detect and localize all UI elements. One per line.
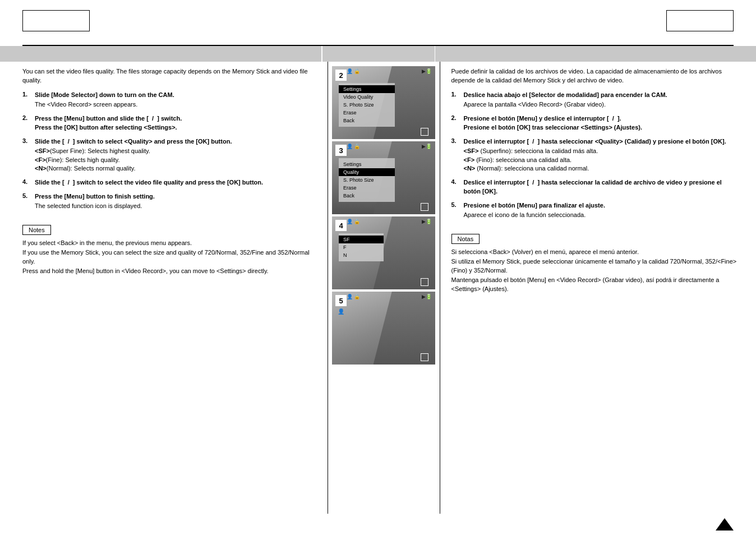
left-step-2-num: 2.	[22, 114, 35, 132]
panel-4: 5 👤 🔒 ▶🔋 👤	[332, 292, 435, 365]
panel-3-quality-sf: SF	[339, 236, 384, 243]
panel-3-cam-icons-right: ▶🔋	[422, 219, 432, 224]
left-step-1-title: Slide [Mode Selector] down to turn on th…	[35, 91, 174, 98]
notes-line-1: If you select <Back> in the menu, the pr…	[22, 238, 311, 248]
cam-icon-person4: 👤	[347, 294, 353, 299]
section-header-bar	[0, 46, 756, 62]
left-step-4-num: 4.	[22, 178, 35, 187]
right-step-5-sub: Aparece el icono de la función seleccion…	[464, 211, 605, 220]
header-box-left	[22, 10, 90, 31]
panel-3-step-num: 4	[335, 220, 347, 231]
panel-2-cam-icons-right: ▶🔋	[422, 144, 432, 149]
cam-icon-person2: 👤	[347, 144, 353, 149]
panel-4-step-num: 5	[335, 295, 347, 306]
right-step-5-title: Presione el botón [Menu] para finalizar …	[464, 202, 605, 209]
right-step-4-title: Deslice el interruptor [ / ] hasta selec…	[464, 179, 722, 195]
right-intro: Puede definir la calidad de los archivos…	[451, 67, 740, 85]
left-step-5-sub: The selected function icon is displayed.	[35, 202, 155, 211]
section-header-right	[435, 46, 757, 62]
cam-icon-lock3: 🔒	[354, 219, 360, 224]
panel-1-cam-icons: 👤 🔒	[347, 68, 360, 74]
notas-line-2: Si utiliza el Memory Stick, puede selecc…	[451, 257, 740, 275]
header-box-right	[666, 10, 734, 31]
notas-line-1: Si selecciona <Back> (Volver) en el menú…	[451, 247, 740, 257]
notas-box: Notas	[451, 234, 480, 244]
right-step-3-title: Deslice el interruptor [ / ] hasta selec…	[464, 138, 726, 145]
left-column: You can set the video files quality. The…	[0, 62, 328, 514]
right-step-4-num: 4.	[451, 178, 464, 196]
right-step-3-num: 3.	[451, 137, 464, 174]
center-image-column: 2 👤 🔒 ▶🔋 Settings Video Quality S. Photo…	[328, 62, 440, 514]
cam-icon-battery3: ▶🔋	[422, 219, 432, 224]
right-step-2-title: Presione el botón [Menu] y deslice el in…	[464, 115, 642, 131]
panel-1-screen: 2 👤 🔒 ▶🔋 Settings Video Quality S. Photo…	[332, 66, 435, 139]
panel-3: 4 👤 🔒 ▶🔋 SF F N	[332, 216, 435, 289]
panel-1-step-num: 2	[335, 70, 347, 81]
notas-label: Notas	[458, 236, 474, 242]
left-step-2-content: Press the [Menu] button and slide the [ …	[35, 114, 182, 132]
panel-3-screen: 4 👤 🔒 ▶🔋 SF F N	[332, 216, 435, 289]
panel-2-step-num: 3	[335, 145, 347, 156]
panel-4-small-person: 👤	[338, 308, 344, 315]
panel-1-menu-item-videoquality: Video Quality	[339, 93, 395, 101]
panel-4-cam-icons: 👤 🔒	[347, 294, 360, 299]
right-step-5-num: 5.	[451, 201, 464, 220]
notes-box: Notes	[22, 225, 51, 235]
left-step-5-num: 5.	[22, 192, 35, 211]
right-steps-list: 1. Deslice hacia abajo el [Selector de m…	[451, 91, 740, 220]
panel-2-menu: Settings Quality S. Photo Size Erase Bac…	[339, 158, 395, 202]
nav-arrow-up[interactable]	[716, 518, 734, 531]
left-step-5-content: Press the [Menu] button to finish settin…	[35, 192, 155, 211]
panel-3-quality-f: F	[339, 243, 384, 251]
notas-line-3: Mantenga pulsado el botón [Menu] en <Vid…	[451, 275, 740, 294]
left-step-1-sub: The <Video Record> screen appears.	[35, 100, 174, 109]
left-step-3-content: Slide the [ / ] switch to select <Qualit…	[35, 137, 232, 174]
panel-1-menu-item-settings: Settings	[339, 85, 395, 93]
notes-label: Notes	[29, 227, 45, 233]
panel-3-cam-icons: 👤 🔒	[347, 219, 360, 224]
panel-2-cam-icons: 👤 🔒	[347, 144, 360, 149]
right-step-1-content: Deslice hacia abajo el [Selector de moda…	[464, 91, 667, 109]
notas-content: Si selecciona <Back> (Volver) en el menú…	[451, 247, 740, 294]
left-step-4: 4. Slide the [ / ] switch to select the …	[22, 178, 311, 187]
left-step-4-content: Slide the [ / ] switch to select the vid…	[35, 178, 263, 187]
cam-icon-battery: ▶🔋	[422, 68, 432, 74]
panel-1-menu-item-sphotosize: S. Photo Size	[339, 101, 395, 109]
right-step-1-title: Deslice hacia abajo el [Selector de moda…	[464, 91, 667, 98]
panel-2-bottom-indicator	[421, 203, 428, 211]
panel-3-bottom-indicator	[421, 278, 428, 286]
right-step-4: 4. Deslice el interruptor [ / ] hasta se…	[451, 178, 740, 196]
header	[0, 0, 756, 45]
right-step-2: 2. Presione el botón [Menu] y deslice el…	[451, 114, 740, 132]
right-column: Puede definir la calidad de los archivos…	[440, 62, 757, 514]
left-step-4-title: Slide the [ / ] switch to select the vid…	[35, 179, 263, 186]
panel-3-quality-menu: SF F N	[339, 233, 384, 261]
panel-1-cam-icons-right: ▶🔋	[422, 68, 432, 74]
cam-icon-person: 👤	[347, 68, 353, 74]
left-steps-list: 1. Slide [Mode Selector] down to turn on…	[22, 91, 311, 211]
right-step-3-sub: <SF> (Superfino): selecciona la calidad …	[464, 147, 726, 174]
notes-line-3: Press and hold the [Menu] button in <Vid…	[22, 266, 311, 276]
panel-1-menu: Settings Video Quality S. Photo Size Era…	[339, 83, 395, 127]
left-step-5: 5. Press the [Menu] button to finish set…	[22, 192, 311, 211]
left-step-2: 2. Press the [Menu] button and slide the…	[22, 114, 311, 132]
right-step-1: 1. Deslice hacia abajo el [Selector de m…	[451, 91, 740, 109]
section-header-center	[322, 46, 435, 62]
right-step-3: 3. Deslice el interruptor [ / ] hasta se…	[451, 137, 740, 174]
page: You can set the video files quality. The…	[0, 0, 756, 535]
right-step-5-content: Presione el botón [Menu] para finalizar …	[464, 201, 605, 220]
left-step-3-title: Slide the [ / ] switch to select <Qualit…	[35, 138, 232, 145]
panel-1: 2 👤 🔒 ▶🔋 Settings Video Quality S. Photo…	[332, 66, 435, 139]
right-step-5: 5. Presione el botón [Menu] para finaliz…	[451, 201, 740, 220]
left-intro: You can set the video files quality. The…	[22, 67, 311, 85]
panel-2-menu-item-settings: Settings	[339, 160, 395, 168]
notes-line-2: If you use the Memory Stick, you can sel…	[22, 248, 311, 266]
right-step-2-content: Presione el botón [Menu] y deslice el in…	[464, 114, 642, 132]
panel-3-quality-n: N	[339, 251, 384, 259]
panel-2-screen: 3 👤 🔒 ▶🔋 Settings Quality S. Photo Size …	[332, 141, 435, 214]
left-step-3-sub: <SF>(Super Fine): Selects highest qualit…	[35, 147, 232, 174]
left-step-3: 3. Slide the [ / ] switch to select <Qua…	[22, 137, 311, 174]
left-step-3-num: 3.	[22, 137, 35, 174]
notes-content: If you select <Back> in the menu, the pr…	[22, 238, 311, 275]
panel-4-bottom-indicator	[421, 353, 428, 361]
